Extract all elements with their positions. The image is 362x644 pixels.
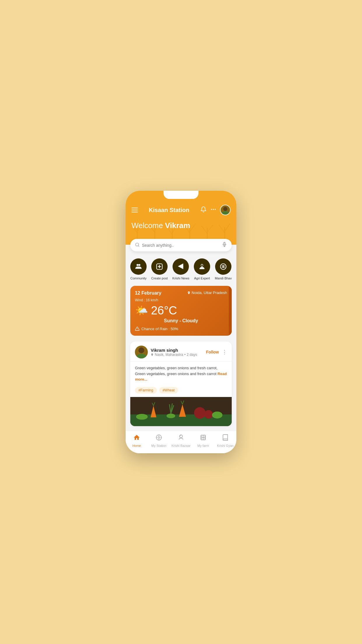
- warning-icon: [135, 326, 140, 331]
- svg-point-4: [223, 207, 227, 211]
- post-actions: Follow ⋮: [206, 349, 227, 355]
- location-icon: [187, 291, 191, 295]
- welcome-text: Welcome Vikram: [131, 221, 231, 230]
- community-label: Community: [130, 276, 147, 280]
- home-label: Home: [132, 444, 141, 447]
- nav-my-farm[interactable]: My farm: [192, 434, 214, 447]
- action-community[interactable]: Community: [130, 258, 147, 280]
- phone-screen: Kisaan Station: [126, 191, 236, 453]
- svg-point-60: [158, 437, 160, 438]
- weather-temp: 26°C: [151, 304, 177, 317]
- bottom-navigation: Home My Station: [126, 431, 236, 453]
- post-content: Green vegetables, green onions and fresh…: [130, 362, 232, 385]
- weather-wind: Wind : 16 km/h: [135, 298, 227, 302]
- create-post-icon-circle: [151, 258, 168, 275]
- tag-farming[interactable]: #Farming: [135, 387, 157, 393]
- search-bar[interactable]: [130, 239, 232, 251]
- action-create-post[interactable]: Create post: [151, 258, 168, 280]
- weather-date: 12 February: [135, 290, 161, 296]
- action-krishi-news[interactable]: Krishi News: [172, 258, 189, 280]
- more-options-button[interactable]: ⋮: [222, 349, 227, 355]
- action-agri-expert[interactable]: Agri Expert: [194, 258, 210, 280]
- post-card: Vikram singh Nasik, Maharastra • 2 days …: [130, 342, 232, 426]
- main-content: Community Create post: [126, 251, 236, 431]
- message-icon[interactable]: [210, 206, 217, 214]
- header-icons: [200, 205, 231, 215]
- weather-card: 12 February Noida, Uttar Pradesh Wind : …: [130, 286, 232, 336]
- weather-emoji: 🌤️: [135, 304, 148, 317]
- agri-expert-label: Agri Expert: [194, 276, 210, 280]
- search-icon: [135, 242, 140, 248]
- weather-temp-row: 🌤️ 26°C: [135, 304, 227, 317]
- notification-icon[interactable]: [200, 206, 207, 214]
- weather-location: Noida, Uttar Pradesh: [187, 290, 227, 295]
- post-user-avatar: [135, 346, 148, 358]
- mandi-bhav-label: Mandi Bhav: [215, 276, 232, 280]
- post-tags: #Farming #Wheat: [130, 385, 232, 397]
- my-station-icon: [155, 434, 162, 443]
- svg-point-57: [212, 412, 222, 419]
- nav-home[interactable]: Home: [126, 434, 148, 447]
- mandi-bhav-icon-circle: [215, 258, 231, 275]
- svg-point-56: [204, 410, 213, 419]
- krishi-news-label: Krishi News: [172, 276, 189, 280]
- post-header: Vikram singh Nasik, Maharastra • 2 days …: [130, 342, 232, 362]
- my-farm-icon: [200, 434, 207, 443]
- svg-point-51: [166, 414, 175, 418]
- krishi-gyan-label: Krishi Gyan: [217, 444, 234, 447]
- krishi-bazaar-icon: [178, 434, 184, 443]
- username: Vikram: [165, 221, 190, 230]
- post-image: [130, 397, 232, 426]
- follow-button[interactable]: Follow: [206, 350, 219, 354]
- post-username: Vikram singh: [151, 348, 206, 353]
- quick-actions: Community Create post: [130, 258, 232, 280]
- home-icon: [133, 434, 140, 443]
- svg-rect-27: [224, 242, 225, 245]
- svg-line-26: [138, 246, 139, 246]
- svg-point-2: [211, 209, 212, 210]
- header-top: Kisaan Station: [131, 205, 231, 215]
- nav-krishi-gyan[interactable]: Krishi Gyan: [214, 434, 236, 447]
- tag-wheat[interactable]: #Wheat: [159, 387, 178, 393]
- app-title: Kisaan Station: [149, 207, 189, 214]
- svg-point-58: [136, 414, 148, 420]
- svg-point-30: [137, 264, 139, 266]
- krishi-bazaar-label: Krishi Bazaar: [171, 444, 190, 447]
- phone-notch: [164, 191, 198, 199]
- svg-point-31: [138, 264, 140, 266]
- post-location-icon: [151, 353, 154, 356]
- nav-krishi-bazaar[interactable]: Krishi Bazaar: [170, 434, 192, 447]
- weather-condition: Sunny - Cloudy: [135, 318, 227, 323]
- my-farm-label: My farm: [197, 444, 209, 447]
- svg-point-41: [138, 347, 144, 353]
- action-mandi-bhav[interactable]: Mandi Bhav: [215, 258, 232, 280]
- create-post-label: Create post: [151, 276, 168, 280]
- post-user-info: Vikram singh Nasik, Maharastra • 2 days: [151, 348, 206, 357]
- svg-rect-36: [201, 265, 203, 266]
- microphone-icon[interactable]: [222, 242, 227, 249]
- post-meta: Nasik, Maharastra • 2 days: [151, 353, 206, 357]
- my-station-label: My Station: [151, 444, 166, 447]
- search-input[interactable]: [142, 243, 222, 248]
- krishi-news-icon-circle: [173, 258, 189, 275]
- community-icon-circle: [130, 258, 147, 275]
- hamburger-menu[interactable]: [131, 208, 138, 212]
- nav-my-station[interactable]: My Station: [148, 434, 170, 447]
- user-avatar[interactable]: [220, 205, 231, 215]
- svg-point-55: [194, 407, 206, 419]
- phone-frame: Kisaan Station: [126, 191, 236, 453]
- agri-expert-icon-circle: [194, 258, 210, 275]
- weather-top: 12 February Noida, Uttar Pradesh: [135, 290, 227, 296]
- svg-point-1: [215, 209, 215, 210]
- krishi-gyan-icon: [222, 434, 229, 443]
- weather-rain: Chance of Rain : 50%: [135, 326, 227, 331]
- svg-point-0: [213, 209, 214, 210]
